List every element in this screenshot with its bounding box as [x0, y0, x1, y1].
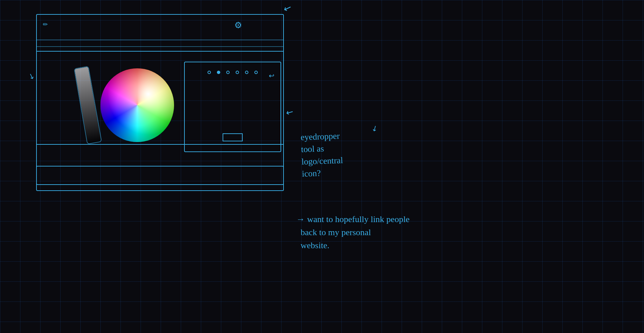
- link-annotation: → want to hopefully link people back to …: [296, 213, 410, 252]
- color-stops-dots: [208, 71, 258, 74]
- luminance-slider[interactable]: [74, 66, 102, 144]
- pencil-icon: ✏: [43, 21, 48, 28]
- dots-arrow: ↩: [269, 72, 274, 80]
- main-wireframe-box: ✏ ⚙ ↩: [36, 14, 284, 185]
- eyedropper-annotation: eyedroppertool aslogo/centralicon?: [300, 130, 343, 180]
- dot-5[interactable]: [245, 71, 248, 74]
- dot-3[interactable]: [226, 71, 230, 74]
- settings-icon[interactable]: ⚙: [234, 20, 242, 30]
- dot-1[interactable]: [208, 71, 211, 74]
- color-input-box: ↩: [184, 62, 281, 152]
- color-wheel[interactable]: [100, 68, 174, 142]
- dot-2[interactable]: [217, 71, 220, 74]
- bottom-footer-box: [36, 166, 284, 191]
- dot-6[interactable]: [254, 71, 258, 74]
- check-accuracy-button[interactable]: [223, 133, 243, 141]
- dot-4[interactable]: [236, 71, 239, 74]
- nav-line-1: [37, 40, 283, 40]
- nav-line-2: [37, 46, 283, 47]
- wireframe-header: ✏ ⚙: [37, 15, 283, 52]
